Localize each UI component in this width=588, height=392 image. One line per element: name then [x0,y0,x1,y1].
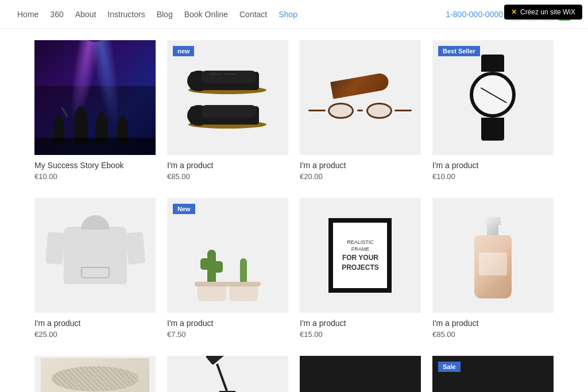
nav-link-instructors[interactable]: Instructors [107,10,145,19]
product-price-5: €25.00 [34,330,156,339]
perfume-label [479,253,507,275]
nav-link-blog[interactable]: Blog [157,10,173,19]
watch-strap-top [481,55,504,72]
glasses-frame [328,103,392,119]
nav-item-shop[interactable]: Shop [278,9,297,20]
nav-link-contact[interactable]: Contact [239,10,267,19]
product-badge-b4: Sale [438,362,461,372]
glasses-illustration [306,46,415,149]
ebook-illustration [34,40,156,155]
product-card-b4[interactable]: Sale [432,356,554,392]
product-card-7[interactable]: REALISTIC FRAME FOR YOUR PROJECTS I'm a … [300,198,421,344]
svg-rect-9 [202,105,256,118]
product-name-2: I'm a product [167,161,288,170]
product-card-1[interactable]: My Success Story Ebook €10.00 [34,40,156,187]
product-card-b3[interactable] [300,356,421,392]
hoodie-sleeve-left [45,232,65,265]
minute-hand [493,94,507,103]
watch-wrap [470,55,516,141]
perfume-neck [487,224,498,236]
nav-links: Home 360 About Instructors Blog Book Onl… [17,9,297,20]
product-name-1: My Success Story Ebook [34,161,156,170]
frame-text-line3: PROJECTS [338,263,382,273]
cactus-wrap-1 [198,250,226,301]
product-price-1: €10.00 [34,172,156,181]
glasses-assembly [308,103,412,119]
hoodie-pocket [81,267,110,278]
main-nav: Home 360 About Instructors Blog Book Onl… [0,0,588,29]
leather-roll [331,72,390,99]
perfume-wrap [474,235,512,298]
pot-top-2 [226,282,261,286]
product-card-3[interactable]: I'm a product €20.00 [300,40,421,187]
nav-link-home[interactable]: Home [17,10,38,19]
watch-strap-bottom [481,118,504,141]
frame-inner-text: REALISTIC FRAME FOR YOUR PROJECTS [338,239,382,273]
pot-2 [229,284,258,301]
product-price-3: €20.00 [300,172,421,181]
nav-item-contact[interactable]: Contact [239,9,267,20]
knit-texture [52,366,139,391]
hoodie-body [64,227,127,284]
nav-item-home[interactable]: Home [17,9,38,20]
pot-1 [198,284,226,301]
shoes-illustration [173,46,283,149]
product-card-4[interactable]: Best Seller I'm a product €10.00 [432,40,554,187]
product-name-5: I'm a product [34,319,156,328]
stage-light-2 [89,40,126,127]
hoodie-hood [81,215,110,230]
product-name-8: I'm a product [432,319,554,328]
crowd [34,138,156,155]
wix-x-icon: ✕ [511,8,517,16]
lamp-arm [216,363,229,391]
cactus-body-1 [207,250,216,284]
nav-item-360[interactable]: 360 [50,9,63,20]
frame-text-line2: FOR YOUR [338,253,382,263]
wix-banner[interactable]: ✕ Créez un site WiX [504,5,582,20]
product-badge-2: new [173,46,194,56]
nav-link-about[interactable]: About [75,10,96,19]
dark-illustration-3 [300,356,421,392]
shoe-svg-1 [187,66,268,95]
hoodie-illustration [44,207,146,304]
cactus-body-2 [240,258,247,284]
hour-hand [481,87,493,95]
product-badge-6: New [173,204,195,214]
product-name-7: I'm a product [300,319,421,328]
product-card-b1[interactable] [34,356,156,392]
nav-link-book-online[interactable]: Book Online [184,10,228,19]
product-card-6[interactable]: New I'm a product €7.50 [167,198,288,344]
hoodie-main [64,227,127,284]
product-info-7: I'm a product €15.00 [300,313,421,344]
pot-top-1 [195,282,229,286]
product-card-5[interactable]: I'm a product €25.00 [34,198,156,344]
product-info-1: My Success Story Ebook €10.00 [34,155,156,187]
nav-item-blog[interactable]: Blog [157,9,173,20]
product-image-b3 [300,356,421,392]
cactus-arm-right [216,261,223,273]
product-info-2: I'm a product €85.00 [167,155,288,187]
nav-link-360[interactable]: 360 [50,10,63,19]
product-info-4: I'm a product €10.00 [432,155,554,187]
product-image-5 [34,198,156,313]
nav-item-book-online[interactable]: Book Online [184,9,228,20]
wix-banner-label: Créez un site WiX [520,8,575,16]
lamp-illustration [173,358,283,392]
cactus-illustration [173,204,283,307]
nav-item-about[interactable]: About [75,9,96,20]
product-card-b2[interactable] [167,356,288,392]
product-name-4: I'm a product [432,161,554,170]
nav-item-instructors[interactable]: Instructors [107,9,145,20]
product-price-2: €85.00 [167,172,288,181]
product-grid-bottom: Sale [0,356,588,392]
product-image-b2 [167,356,288,392]
frame-outer: REALISTIC FRAME FOR YOUR PROJECTS [328,218,392,293]
frame-illustration: REALISTIC FRAME FOR YOUR PROJECTS [312,209,409,301]
svg-rect-3 [202,71,256,83]
hoodie-sleeve-right [125,232,145,265]
product-card-8[interactable]: I'm a product €85.00 [432,198,554,344]
product-price-6: €7.50 [167,330,288,339]
nav-link-shop[interactable]: Shop [278,10,297,19]
product-card-2[interactable]: new I' [167,40,288,187]
product-name-6: I'm a product [167,319,288,328]
